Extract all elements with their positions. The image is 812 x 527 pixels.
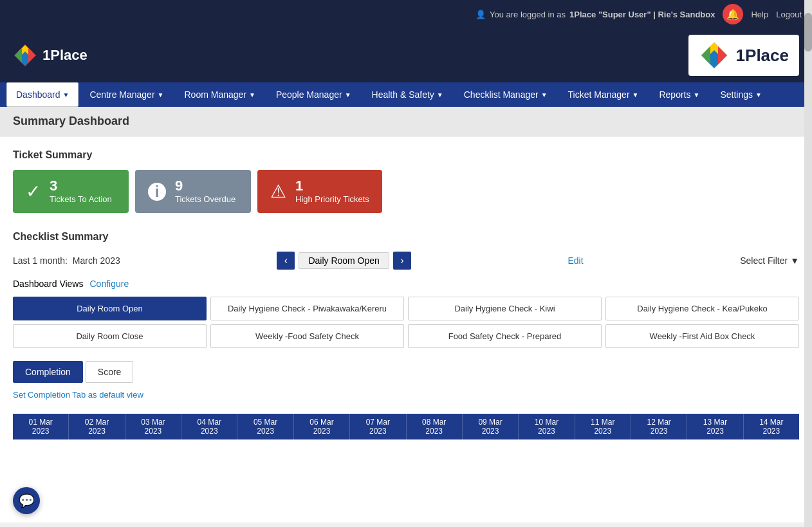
checklist-nav: ‹ Daily Room Open › <box>277 252 411 270</box>
cal-col-11: 11 Mar2023 <box>575 414 631 439</box>
chat-bubble-button[interactable]: 💬 <box>13 487 40 514</box>
nav-item-room-manager[interactable]: Room Manager ▼ <box>174 82 264 107</box>
user-text: You are logged in as <box>490 10 566 19</box>
help-link[interactable]: Help <box>751 10 768 19</box>
cal-col-6: 06 Mar2023 <box>294 414 350 439</box>
cal-col-5: 05 Mar2023 <box>237 414 293 439</box>
next-checklist-button[interactable]: › <box>393 252 411 270</box>
checklist-summary-section: Checklist Summary Last 1 month: March 20… <box>13 231 799 439</box>
ticket-summary-title: Ticket Summary <box>13 149 799 161</box>
cal-col-14: 14 Mar2023 <box>744 414 799 439</box>
user-icon: 👤 <box>475 10 486 19</box>
user-info: 👤 You are logged in as 1Place "Super Use… <box>475 10 715 19</box>
ticket-summary-section: Ticket Summary ✓ 3 Tickets To Action i 9… <box>13 149 799 213</box>
scrollbar-track[interactable] <box>804 0 812 522</box>
dashboard-views-row: Dashboard Views Configure <box>13 279 799 289</box>
nav-item-ticket-manager[interactable]: Ticket Manager ▼ <box>558 82 649 107</box>
current-checklist-name: Daily Room Open <box>299 252 389 269</box>
checklist-btn-daily-room-open[interactable]: Daily Room Open <box>13 297 207 320</box>
ticket-cards: ✓ 3 Tickets To Action i 9 Tickets Overdu… <box>13 170 799 213</box>
configure-link[interactable]: Configure <box>89 279 129 289</box>
nav-item-checklist-manager[interactable]: Checklist Manager ▼ <box>454 82 557 107</box>
info-icon: i <box>148 183 166 201</box>
tab-score[interactable]: Score <box>86 361 134 383</box>
caret-icon: ▼ <box>693 91 699 98</box>
tickets-overdue-label: Tickets Overdue <box>175 194 235 204</box>
cal-col-7: 07 Mar2023 <box>350 414 406 439</box>
chat-icon: 💬 <box>19 493 35 508</box>
cal-col-10: 10 Mar2023 <box>519 414 575 439</box>
edit-link[interactable]: Edit <box>567 255 583 266</box>
checklist-btn-daily-hygiene-kea[interactable]: Daily Hygiene Check - Kea/Pukeko <box>605 297 799 320</box>
cal-col-8: 08 Mar2023 <box>407 414 463 439</box>
nav-item-dashboard[interactable]: Dashboard ▼ <box>6 82 78 107</box>
caret-icon: ▼ <box>632 91 639 98</box>
large-logo-icon <box>699 40 730 71</box>
cal-col-3: 03 Mar2023 <box>125 414 181 439</box>
cal-col-2: 02 Mar2023 <box>69 414 125 439</box>
cal-col-9: 09 Mar2023 <box>463 414 519 439</box>
logout-link[interactable]: Logout <box>776 10 802 19</box>
page-title: Summary Dashboard <box>13 115 799 128</box>
select-filter[interactable]: Select Filter ▼ <box>740 255 799 266</box>
caret-icon: ▼ <box>249 91 255 98</box>
caret-icon: ▼ <box>541 91 548 98</box>
set-default-link[interactable]: Set Completion Tab as default view <box>13 390 143 400</box>
tab-completion[interactable]: Completion <box>13 361 83 383</box>
tickets-to-action-number: 3 <box>50 179 112 193</box>
nav-item-health-safety[interactable]: Health & Safety ▼ <box>362 82 453 107</box>
tickets-to-action-label: Tickets To Action <box>50 194 112 204</box>
nav-item-people-manager[interactable]: People Manager ▼ <box>266 82 361 107</box>
checklist-btn-daily-hygiene-piwakawaka[interactable]: Daily Hygiene Check - Piwakawaka/Kereru <box>210 297 404 320</box>
ticket-card-overdue[interactable]: i 9 Tickets Overdue <box>135 170 251 213</box>
nav-item-settings[interactable]: Settings ▼ <box>710 82 771 107</box>
caret-icon: ▼ <box>345 91 351 98</box>
svg-marker-9 <box>701 46 710 64</box>
ticket-card-to-action[interactable]: ✓ 3 Tickets To Action <box>13 170 129 213</box>
small-logo-icon <box>13 43 37 68</box>
caret-icon: ▼ <box>437 91 443 98</box>
dashboard-views-label: Dashboard Views <box>13 279 83 289</box>
main-content: Ticket Summary ✓ 3 Tickets To Action i 9… <box>0 136 812 522</box>
user-name: 1Place "Super User" | Rie's Sandbox <box>569 10 715 19</box>
page-title-bar: Summary Dashboard <box>0 107 812 136</box>
period-value: March 2023 <box>73 255 120 266</box>
top-bar: 👤 You are logged in as 1Place "Super Use… <box>0 0 812 28</box>
nav-item-reports[interactable]: Reports ▼ <box>649 82 709 107</box>
main-nav: Dashboard ▼ Centre Manager ▼ Room Manage… <box>0 82 812 107</box>
svg-marker-4 <box>15 48 22 62</box>
svg-marker-10 <box>718 46 727 64</box>
cal-col-13: 13 Mar2023 <box>687 414 743 439</box>
checklist-btn-weekly-food-safety[interactable]: Weekly -Food Safety Check <box>210 324 404 348</box>
checkmark-icon: ✓ <box>26 181 41 202</box>
svg-marker-5 <box>28 48 35 62</box>
prev-checklist-button[interactable]: ‹ <box>277 252 295 270</box>
checklist-btn-weekly-first-aid[interactable]: Weekly -First Aid Box Check <box>605 324 799 348</box>
logo-text: 1Place <box>42 47 88 64</box>
nav-item-centre-manager[interactable]: Centre Manager ▼ <box>80 82 173 107</box>
checklist-period: Last 1 month: March 2023 <box>13 255 120 266</box>
checklist-btn-daily-room-close[interactable]: Daily Room Close <box>13 324 207 348</box>
checklist-tabs: Completion Score <box>13 361 799 383</box>
notification-bell-button[interactable]: 🔔 <box>723 4 743 24</box>
high-priority-number: 1 <box>295 179 369 193</box>
cal-col-12: 12 Mar2023 <box>631 414 687 439</box>
checklist-btn-food-safety-prepared[interactable]: Food Safety Check - Prepared <box>408 324 602 348</box>
scrollbar-thumb[interactable] <box>804 13 812 51</box>
checklist-btn-daily-hygiene-kiwi[interactable]: Daily Hygiene Check - Kiwi <box>408 297 602 320</box>
checklist-buttons-grid: Daily Room Open Daily Hygiene Check - Pi… <box>13 297 799 348</box>
caret-icon: ▼ <box>755 91 762 98</box>
cal-col-1: 01 Mar2023 <box>13 414 69 439</box>
calendar-header: 01 Mar2023 02 Mar2023 03 Mar2023 04 Mar2… <box>13 414 799 439</box>
checklist-header-row: Last 1 month: March 2023 ‹ Daily Room Op… <box>13 252 799 270</box>
caret-icon: ▼ <box>158 91 164 98</box>
ticket-card-high-priority[interactable]: ⚠ 1 High Priority Tickets <box>257 170 382 213</box>
logo-left: 1Place <box>13 43 88 68</box>
logo-right: 1Place <box>688 35 799 76</box>
high-priority-label: High Priority Tickets <box>295 194 369 204</box>
period-label: Last 1 month: <box>13 255 68 266</box>
tickets-overdue-number: 9 <box>175 179 235 193</box>
filter-chevron-icon: ▼ <box>790 255 799 266</box>
cal-col-4: 04 Mar2023 <box>181 414 237 439</box>
warning-icon: ⚠ <box>270 181 286 202</box>
